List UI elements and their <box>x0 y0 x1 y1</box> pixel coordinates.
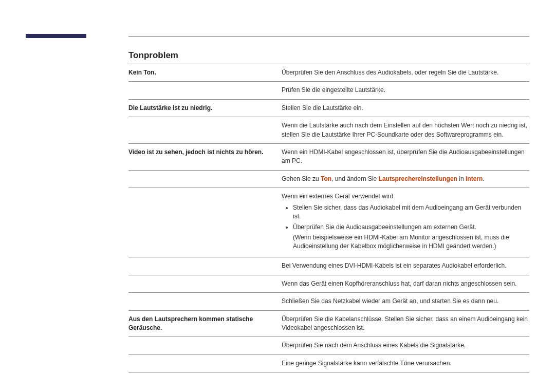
row-value: Wenn ein externes Gerät verwendet wirdSt… <box>282 188 529 257</box>
table-row: Wenn die Lautstärke auch nach dem Einste… <box>128 117 529 144</box>
table-row: Video ist zu sehen, jedoch ist nichts zu… <box>128 143 529 170</box>
table-row: Wenn ein externes Gerät verwendet wirdSt… <box>128 188 529 257</box>
list-item-sub: (Wenn beispielsweise ein HDMI-Kabel am M… <box>293 233 529 251</box>
row-label <box>128 275 282 292</box>
row-value: Wenn die Lautstärke auch nach dem Einste… <box>282 117 529 144</box>
row-value: Wenn ein HDMI-Kabel angeschlossen ist, ü… <box>282 143 529 170</box>
table-row: Gehen Sie zu Ton, und ändern Sie Lautspr… <box>128 170 529 188</box>
row-value: Bei Verwendung eines DVI-HDMI-Kabels ist… <box>282 257 529 275</box>
bullet-list: Stellen Sie sicher, dass das Audiokabel … <box>282 203 529 251</box>
row-label: Video ist zu sehen, jedoch ist nichts zu… <box>128 143 282 170</box>
section-heading: Tonproblem <box>128 50 529 61</box>
top-rule <box>128 36 529 36</box>
row-label <box>128 117 282 144</box>
row-label <box>128 354 282 372</box>
row-value: Schließen Sie das Netzkabel wieder am Ge… <box>282 293 529 310</box>
content-area: Tonproblem Kein Ton.Überprüfen Sie den A… <box>128 50 529 372</box>
table-row: Schließen Sie das Netzkabel wieder am Ge… <box>128 293 529 310</box>
list-intro: Wenn ein externes Gerät verwendet wird <box>282 192 529 201</box>
row-value: Überprüfen Sie die Kabelanschlüsse. Stel… <box>282 310 529 337</box>
row-label <box>128 337 282 354</box>
highlight: Lautsprechereinstellungen <box>379 175 457 182</box>
row-value: Stellen Sie die Lautstärke ein. <box>282 99 529 117</box>
table-row: Die Lautstärke ist zu niedrig.Stellen Si… <box>128 99 529 117</box>
row-value: Prüfen Sie die eingestellte Lautstärke. <box>282 82 529 99</box>
list-item: Stellen Sie sicher, dass das Audiokabel … <box>293 203 529 221</box>
row-label <box>128 293 282 310</box>
troubleshoot-table: Kein Ton.Überprüfen Sie den Anschluss de… <box>128 64 529 372</box>
table-row: Bei Verwendung eines DVI-HDMI-Kabels ist… <box>128 257 529 275</box>
highlight: Ton <box>321 175 331 182</box>
table-row: Aus den Lautsprechern kommen statische G… <box>128 310 529 337</box>
row-value: Eine geringe Signalstärke kann verfälsch… <box>282 354 529 372</box>
row-value: Wenn das Gerät einen Kopfhöreranschluss … <box>282 275 529 292</box>
row-label <box>128 170 282 188</box>
row-value: Gehen Sie zu Ton, und ändern Sie Lautspr… <box>282 170 529 188</box>
table-row: Kein Ton.Überprüfen Sie den Anschluss de… <box>128 64 529 82</box>
row-label <box>128 257 282 275</box>
list-item: Überprüfen Sie die Audioausgabeeinstellu… <box>293 223 529 251</box>
table-row <box>128 372 529 373</box>
row-label: Die Lautstärke ist zu niedrig. <box>128 99 282 117</box>
accent-bar <box>26 34 86 38</box>
row-value: Überprüfen Sie den Anschluss des Audioka… <box>282 64 529 82</box>
table-row: Prüfen Sie die eingestellte Lautstärke. <box>128 82 529 99</box>
row-label: Aus den Lautsprechern kommen statische G… <box>128 310 282 337</box>
row-label <box>128 188 282 257</box>
row-label: Kein Ton. <box>128 64 282 82</box>
row-value: Überprüfen Sie nach dem Anschluss eines … <box>282 337 529 354</box>
table-row: Wenn das Gerät einen Kopfhöreranschluss … <box>128 275 529 292</box>
table-row: Eine geringe Signalstärke kann verfälsch… <box>128 354 529 372</box>
highlight: Intern <box>466 175 483 182</box>
table-row: Überprüfen Sie nach dem Anschluss eines … <box>128 337 529 354</box>
row-label <box>128 82 282 99</box>
